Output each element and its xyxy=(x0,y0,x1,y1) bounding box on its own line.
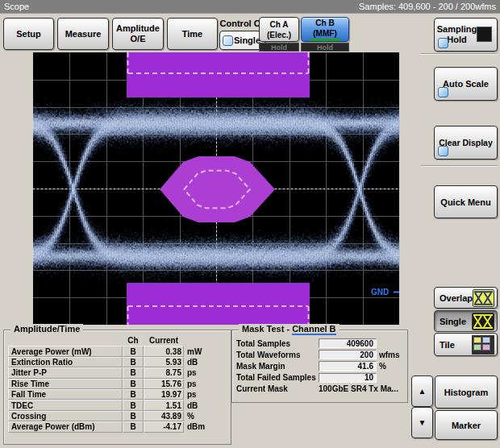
mask-test-title-prefix: Mask Test - xyxy=(242,324,292,334)
eye-single-icon xyxy=(472,313,494,330)
measurement-value: 8.75 xyxy=(144,367,184,378)
channel-b-button[interactable]: Ch B (MMF) xyxy=(301,17,349,42)
hold-a-label: Hold xyxy=(271,44,287,52)
channel-a-button[interactable]: Ch A (Elec.) xyxy=(259,17,299,42)
led-indicator xyxy=(438,146,448,156)
mask-test-channel-tab[interactable]: Channel B xyxy=(292,324,335,335)
column-header-current: Current xyxy=(144,335,184,346)
amplitude-oe-label: Amplitude O/E xyxy=(116,23,160,44)
histogram-label: Histogram xyxy=(444,388,488,397)
histogram-button[interactable]: Histogram xyxy=(435,375,498,409)
measurement-channel: B xyxy=(123,357,144,367)
amplitude-oe-button[interactable]: Amplitude O/E xyxy=(112,18,164,50)
mask-stat-unit: % xyxy=(377,360,405,371)
measurement-label: Average Power (dBm) xyxy=(8,421,123,432)
led-indicator xyxy=(438,38,448,48)
scroll-down-button[interactable]: ▼ xyxy=(411,407,433,438)
measurement-unit: dBm xyxy=(184,421,227,432)
measurement-value: 0.38 xyxy=(144,346,184,356)
eye-diagram-canvas xyxy=(33,52,399,325)
measurement-label: Extinction Ratio xyxy=(8,357,123,367)
measurement-channel: B xyxy=(123,367,144,378)
single-view-button[interactable]: Single xyxy=(434,310,498,332)
scroll-up-button[interactable]: ▲ xyxy=(411,375,433,407)
measurement-label: Fall Time xyxy=(8,389,123,400)
amplitude-time-title: Amplitude/Time xyxy=(10,324,83,334)
measurement-value: 19.97 xyxy=(144,389,184,400)
arrow-up-icon: ▲ xyxy=(419,387,427,396)
channel-b-active-underline xyxy=(310,39,340,41)
measurement-unit: ps xyxy=(184,379,227,389)
mask-stat-label: Mask Margin xyxy=(236,360,319,371)
sampling-hold-button[interactable]: Sampling Hold xyxy=(434,18,498,52)
measurement-value: 5.93 xyxy=(144,357,184,367)
measurement-unit: dB xyxy=(184,400,227,410)
overlap-label: Overlap xyxy=(440,293,473,303)
measurement-value: 43.89 xyxy=(144,411,184,421)
time-label: Time xyxy=(182,29,202,39)
quick-menu-button[interactable]: Quick Menu xyxy=(434,185,498,218)
measurement-value: 1.51 xyxy=(144,400,184,410)
checkbox-icon xyxy=(223,35,233,46)
mask-stat-label: Total Waveforms xyxy=(236,349,319,360)
measure-button[interactable]: Measure xyxy=(57,18,109,50)
mask-stat-unit xyxy=(377,372,405,384)
samples-readout: Samples: 409,600 - 200 / 200wfms xyxy=(359,2,496,11)
separator xyxy=(420,165,498,167)
window-title: Scope xyxy=(4,2,29,11)
hold-b-label: Hold xyxy=(317,44,333,52)
separator xyxy=(420,53,498,55)
channel-a-hold-button[interactable]: Hold xyxy=(259,43,299,52)
mask-test-panel: Mask Test - Channel B Total Samples 4096… xyxy=(231,330,408,403)
mask-stat-label: Current Mask xyxy=(236,384,319,395)
single-toggle-label: Single xyxy=(234,35,260,45)
channel-a-label: Ch A (Elec.) xyxy=(267,19,291,40)
mask-test-title: Mask Test - Channel B xyxy=(239,324,340,334)
setup-button[interactable]: Setup xyxy=(3,18,54,50)
measure-label: Measure xyxy=(65,29,102,39)
measurement-label: Rise Time xyxy=(8,379,123,389)
quick-menu-label: Quick Menu xyxy=(440,197,490,207)
measurement-channel: B xyxy=(123,411,144,421)
column-header-ch: Ch xyxy=(123,335,144,346)
tile-grid-icon xyxy=(472,335,494,355)
measurement-channel: B xyxy=(123,421,144,432)
measurement-channel: B xyxy=(123,379,144,389)
measurement-unit: dB xyxy=(184,357,227,367)
auto-scale-label: Auto Scale xyxy=(443,79,489,89)
scope-display[interactable] xyxy=(33,52,399,325)
mask-stat-unit: wfms xyxy=(377,349,405,360)
time-button[interactable]: Time xyxy=(167,18,218,50)
measurement-channel: B xyxy=(123,346,144,356)
mask-stat-value: 41.6 xyxy=(319,361,377,371)
mask-stat-label: Total Samples xyxy=(236,338,319,349)
channel-b-hold-button[interactable]: Hold xyxy=(301,43,349,52)
title-bar: Scope Samples: 409,600 - 200 / 200wfms xyxy=(0,0,500,14)
single-view-label: Single xyxy=(440,317,466,326)
measurement-value: -4.17 xyxy=(144,421,184,432)
measurement-label: Average Power (mW) xyxy=(8,346,123,356)
mask-stat-label: Total Failed Samples xyxy=(236,372,319,384)
channel-b-label: Ch B (MMF) xyxy=(313,18,336,39)
clear-display-button[interactable]: Clear Display xyxy=(434,126,498,160)
measurement-unit: ps xyxy=(184,367,227,378)
setup-label: Setup xyxy=(16,29,41,39)
measurement-channel: B xyxy=(123,400,144,410)
arrow-down-icon: ▼ xyxy=(419,418,427,427)
led-indicator xyxy=(438,87,448,97)
marker-button[interactable]: Marker xyxy=(435,410,498,440)
mask-stat-value: 100GbE SR4 Tx Ma... xyxy=(319,384,405,395)
tile-view-button[interactable]: Tile xyxy=(434,333,498,356)
measurement-value: 15.76 xyxy=(144,379,184,389)
scope-app: Scope Samples: 409,600 - 200 / 200wfms S… xyxy=(0,0,500,448)
auto-scale-button[interactable]: Auto Scale xyxy=(434,67,498,101)
measurement-unit: mW xyxy=(184,346,227,356)
sampling-hold-status-square xyxy=(477,27,492,42)
eye-overlap-icon xyxy=(473,289,494,307)
mask-stat-value: 200 xyxy=(319,350,377,359)
overlap-view-button[interactable]: Overlap xyxy=(434,287,498,309)
spacer xyxy=(8,335,123,346)
mask-stat-value: 409600 xyxy=(319,338,377,348)
measurement-unit: % xyxy=(184,411,227,421)
measurement-unit: ps xyxy=(184,389,227,400)
